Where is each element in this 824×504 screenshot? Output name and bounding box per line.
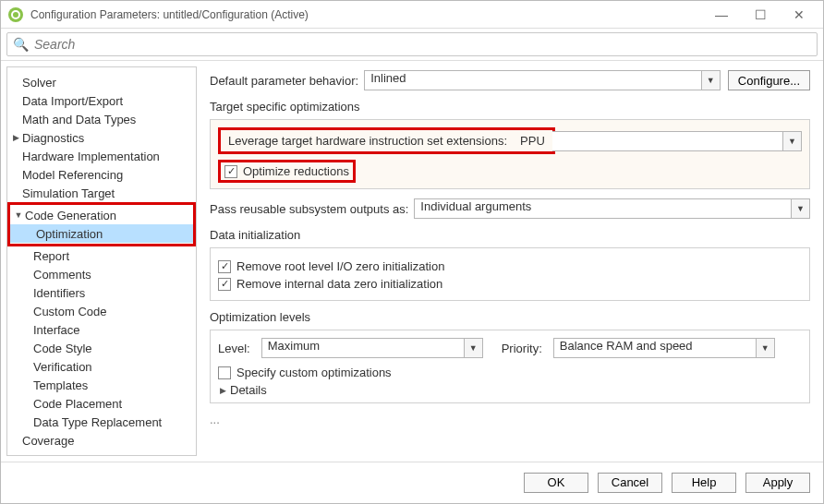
remove-root-checkbox[interactable]: ✓ (218, 260, 231, 273)
tree-node-label: Model Referencing (22, 168, 123, 182)
opt-levels-group: Level: Maximum ▼ Priority: Balance RAM a… (210, 330, 810, 403)
opt-levels-title: Optimization levels (210, 310, 810, 324)
tree-node-label: Solver (22, 76, 56, 90)
tree-node-diagnostics[interactable]: ▶Diagnostics (7, 128, 196, 147)
target-group: Leverage target hardware instruction set… (210, 119, 810, 189)
level-combo[interactable]: Maximum ▼ (261, 338, 483, 358)
tree-node-label: Comments (33, 268, 91, 282)
title-bar: Configuration Parameters: untitled/Confi… (1, 1, 823, 29)
tree-node-label: Hardware Implementation (22, 150, 160, 163)
data-init-title: Data initialization (210, 228, 810, 242)
pass-reusable-combo[interactable]: Individual arguments ▼ (414, 198, 810, 219)
tree-node-code-style[interactable]: Code Style (7, 339, 196, 357)
maximize-button[interactable]: ☐ (749, 4, 771, 26)
apply-button[interactable]: Apply (745, 473, 810, 493)
tree-node-report[interactable]: Report (7, 246, 196, 265)
priority-value: Balance RAM and speed (553, 338, 757, 358)
dialog-footer: OK Cancel Help Apply (1, 462, 823, 502)
remove-internal-checkbox[interactable]: ✓ (218, 278, 231, 291)
tree-node-label: Optimization (36, 227, 103, 241)
code-gen-highlight: ▼Code GenerationOptimization (7, 202, 196, 246)
main-panel: Default parameter behavior: Inlined ▼ Co… (197, 61, 823, 462)
configure-button[interactable]: Configure... (728, 70, 810, 90)
search-input[interactable] (34, 37, 811, 52)
chevron-right-icon: ▶ (220, 386, 226, 395)
specify-custom-label: Specify custom optimizations (236, 366, 392, 379)
data-init-group: ✓ Remove root level I/O zero initializat… (210, 247, 810, 301)
tree-node-label: Math and Data Types (22, 113, 136, 126)
tree-node-model-referencing[interactable]: Model Referencing (7, 165, 196, 184)
tree-node-comments[interactable]: Comments (7, 265, 196, 283)
tree-node-label: Verification (33, 360, 92, 374)
window-buttons: — ☐ ✕ (710, 4, 810, 26)
optimize-reductions-label: Optimize reductions (243, 164, 349, 178)
tree-node-data-type-replacement[interactable]: Data Type Replacement (7, 413, 196, 431)
tree-node-data-import-export[interactable]: Data Import/Export (7, 91, 196, 110)
chevron-down-icon[interactable]: ▼ (14, 210, 23, 220)
window-title: Configuration Parameters: untitled/Confi… (30, 8, 710, 21)
priority-label: Priority: (502, 342, 542, 355)
more-indicator: ... (210, 413, 810, 426)
search-row: 🔍 (1, 29, 823, 61)
level-value: Maximum (261, 338, 465, 358)
default-behavior-combo[interactable]: Inlined ▼ (364, 70, 721, 90)
optimize-reductions-highlight: ✓ Optimize reductions (218, 160, 356, 183)
tree-node-label: Report (33, 249, 69, 263)
tree-node-label: Interface (33, 323, 80, 337)
tree-node-label: Templates (33, 378, 88, 392)
tree-node-interface[interactable]: Interface (7, 320, 196, 339)
details-expander[interactable]: ▶ Details (220, 383, 802, 397)
help-button[interactable]: Help (672, 473, 736, 493)
app-icon (8, 7, 23, 22)
level-label: Level: (218, 342, 250, 355)
tree-node-math-and-data-types[interactable]: Math and Data Types (7, 110, 196, 128)
search-icon: 🔍 (13, 37, 29, 52)
tree-node-label: Code Generation (25, 209, 116, 222)
priority-combo[interactable]: Balance RAM and speed ▼ (553, 338, 802, 358)
ok-button[interactable]: OK (524, 473, 588, 493)
tree-node-coverage[interactable]: Coverage (7, 431, 196, 450)
leverage-label: Leverage target hardware instruction set… (224, 132, 511, 150)
chevron-right-icon[interactable]: ▶ (11, 133, 20, 142)
leverage-highlight: Leverage target hardware instruction set… (218, 127, 555, 154)
tree-node-hardware-implementation[interactable]: Hardware Implementation (7, 147, 196, 165)
specify-custom-checkbox[interactable] (218, 366, 231, 379)
tree-node-label: Simulation Target (22, 186, 115, 200)
default-behavior-label: Default parameter behavior: (210, 74, 358, 88)
optimize-reductions-checkbox[interactable]: ✓ (224, 165, 237, 178)
tree-node-simulation-target[interactable]: Simulation Target (7, 184, 196, 202)
category-tree[interactable]: SolverData Import/ExportMath and Data Ty… (6, 66, 197, 456)
chevron-right-icon[interactable]: ▶ (11, 454, 20, 456)
close-button[interactable]: ✕ (788, 4, 810, 26)
tree-node-label: Coverage (22, 434, 74, 448)
tree-node-code-placement[interactable]: Code Placement (7, 394, 196, 413)
tree-node-label: Code Style (33, 342, 92, 355)
tree-node-optimization[interactable]: Optimization (10, 224, 193, 243)
tree-node-label: Identifiers (33, 286, 85, 300)
leverage-combo[interactable]: ▼ (552, 131, 802, 151)
minimize-button[interactable]: — (710, 4, 733, 26)
pass-reusable-label: Pass reusable subsystem outputs as: (210, 202, 408, 216)
chevron-down-icon[interactable]: ▼ (757, 338, 775, 358)
tree-node-hdl-code-generation[interactable]: ▶HDL Code Generation (7, 450, 196, 456)
tree-node-custom-code[interactable]: Custom Code (7, 302, 196, 320)
chevron-down-icon[interactable]: ▼ (792, 198, 810, 219)
search-box[interactable]: 🔍 (6, 32, 818, 56)
tree-node-solver[interactable]: Solver (7, 73, 196, 91)
default-behavior-value: Inlined (364, 70, 702, 90)
tree-node-label: Data Import/Export (22, 94, 123, 108)
tree-node-label: Custom Code (33, 305, 106, 318)
tree-node-verification[interactable]: Verification (7, 357, 196, 376)
chevron-down-icon[interactable]: ▼ (702, 70, 721, 90)
target-section-title: Target specific optimizations (210, 100, 810, 114)
chevron-down-icon[interactable]: ▼ (465, 338, 483, 358)
tree-node-identifiers[interactable]: Identifiers (7, 283, 196, 302)
details-label: Details (230, 383, 267, 397)
tree-node-label: Data Type Replacement (33, 415, 162, 429)
tree-node-code-generation[interactable]: ▼Code Generation (10, 206, 193, 224)
tree-node-templates[interactable]: Templates (7, 376, 196, 394)
leverage-value: PPU (516, 134, 549, 148)
cancel-button[interactable]: Cancel (598, 473, 662, 493)
remove-root-label: Remove root level I/O zero initializatio… (236, 259, 444, 273)
chevron-down-icon[interactable]: ▼ (783, 131, 802, 151)
